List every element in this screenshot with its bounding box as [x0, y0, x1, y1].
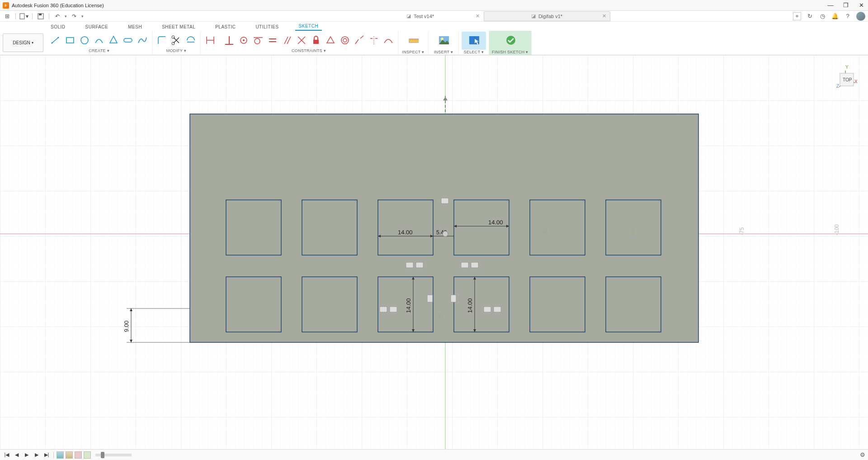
svg-text:14.00: 14.00: [405, 298, 412, 313]
tab-surface[interactable]: SURFACE: [82, 23, 112, 31]
timeline-start[interactable]: |◀: [3, 451, 11, 459]
rectangle-icon: [65, 35, 75, 46]
horizontal-vertical-constraint[interactable]: [222, 33, 236, 47]
timeline-handle[interactable]: [101, 452, 104, 458]
fix-constraint[interactable]: [309, 33, 323, 47]
equal-icon: [267, 35, 278, 46]
timeline-settings[interactable]: ⚙: [860, 451, 865, 458]
equal-constraint[interactable]: [266, 33, 279, 47]
sketch-profile[interactable]: [190, 114, 698, 342]
tab-plastic[interactable]: PLASTIC: [212, 23, 239, 31]
undo-dropdown[interactable]: ▾: [65, 14, 67, 19]
extend-tool[interactable]: [184, 33, 198, 47]
origin-point[interactable]: [443, 231, 448, 237]
tab-solid[interactable]: SOLID: [47, 23, 69, 31]
svg-rect-2: [39, 14, 42, 15]
svg-rect-39: [416, 262, 423, 268]
timeline-next[interactable]: ▶: [33, 451, 41, 459]
perpendicular-constraint[interactable]: [295, 33, 308, 47]
fillet-tool[interactable]: [155, 33, 169, 47]
doc-tab-test[interactable]: ◪ Test v14* ✕: [357, 11, 484, 21]
parallel-constraint[interactable]: [280, 33, 294, 47]
group-create: CREATE ▾: [46, 31, 152, 55]
insert-button[interactable]: [431, 32, 456, 50]
timeline-track[interactable]: [95, 454, 132, 456]
timeline-feature-3[interactable]: [75, 451, 82, 459]
polygon-tool[interactable]: [107, 33, 120, 47]
undo-button[interactable]: ↶: [53, 12, 62, 21]
symmetry-constraint[interactable]: [367, 33, 381, 47]
arc-tool[interactable]: [92, 33, 106, 47]
line-tool[interactable]: [49, 33, 62, 47]
group-select-label[interactable]: SELECT ▾: [464, 50, 484, 55]
close-tab-icon[interactable]: ✕: [476, 13, 480, 19]
svg-text:14.00: 14.00: [467, 298, 473, 313]
timeline-feature-4[interactable]: [84, 451, 91, 459]
close-button[interactable]: ✕: [857, 1, 865, 9]
tab-sketch[interactable]: SKETCH: [295, 22, 322, 31]
group-finish-sketch: FINISH SKETCH ▾: [489, 31, 532, 55]
tab-sheet-metal[interactable]: SHEET METAL: [158, 23, 199, 31]
svg-text:9.00: 9.00: [123, 321, 130, 332]
coincident-icon: [238, 35, 249, 46]
group-modify-label[interactable]: MODIFY ▾: [166, 48, 187, 54]
separator: [15, 13, 16, 19]
title-bar: F Autodesk Fusion 360 (Education License…: [0, 0, 868, 11]
maximize-button[interactable]: ❐: [842, 1, 850, 9]
notifications-button[interactable]: 🔔: [831, 12, 839, 20]
timeline-prev[interactable]: ◀: [13, 451, 21, 459]
timeline-end[interactable]: ▶|: [42, 451, 51, 459]
spline-tool[interactable]: [136, 33, 149, 47]
group-insert-label[interactable]: INSERT ▾: [434, 50, 453, 55]
workspace-selector[interactable]: DESIGN▾: [3, 33, 43, 52]
group-constraints-label[interactable]: CONSTRAINTS ▾: [292, 48, 326, 54]
timeline-feature-2[interactable]: [66, 451, 73, 459]
group-inspect-label[interactable]: INSPECT ▾: [402, 50, 424, 55]
timeline-play[interactable]: ▶: [23, 451, 31, 459]
finish-sketch-button[interactable]: [498, 32, 522, 50]
minimize-button[interactable]: —: [826, 1, 835, 9]
axis-x-label: X: [854, 79, 857, 84]
circle-tool[interactable]: [78, 33, 91, 47]
help-button[interactable]: ?: [844, 12, 852, 20]
save-button[interactable]: [36, 12, 45, 21]
save-icon: [38, 13, 44, 19]
rectangle-tool[interactable]: [63, 33, 77, 47]
extend-icon: [185, 35, 196, 46]
group-finish-label[interactable]: FINISH SKETCH ▾: [492, 50, 528, 55]
midpoint-icon: [325, 35, 336, 46]
data-panel-button[interactable]: ⊞: [3, 12, 12, 21]
doc-tab-digifab[interactable]: ◪ Digifab v1* ✕: [484, 11, 610, 21]
file-menu-button[interactable]: ▾: [19, 12, 28, 21]
svg-rect-41: [471, 262, 478, 268]
extensions-button[interactable]: ↻: [806, 12, 814, 20]
collinear-constraint[interactable]: [353, 33, 366, 47]
sketch-dimension-tool[interactable]: [203, 33, 217, 47]
redo-button[interactable]: ↷: [70, 12, 79, 21]
inspect-button[interactable]: [401, 32, 425, 50]
svg-rect-43: [390, 307, 397, 312]
document-tabs: ◪ Test v14* ✕ ◪ Digifab v1* ✕: [177, 11, 790, 21]
view-cube[interactable]: Y X Z TOP: [826, 62, 857, 94]
redo-dropdown[interactable]: ▾: [81, 14, 84, 19]
midpoint-constraint[interactable]: [324, 33, 337, 47]
trim-tool[interactable]: [170, 33, 183, 47]
timeline-feature-1[interactable]: [57, 451, 64, 459]
new-design-button[interactable]: +: [793, 12, 801, 20]
select-button[interactable]: [462, 32, 486, 50]
tab-mesh[interactable]: MESH: [124, 23, 146, 31]
sketch-canvas[interactable]: 14.00 14.00 5.40 14.00 14.00 9.00 -25 -5…: [0, 55, 868, 449]
tab-utilities[interactable]: UTILITIES: [252, 23, 282, 31]
viewport[interactable]: 14.00 14.00 5.40 14.00 14.00 9.00 -25 -5…: [0, 55, 868, 449]
viewcube-face[interactable]: TOP: [843, 77, 852, 82]
group-create-label[interactable]: CREATE ▾: [89, 48, 109, 54]
curvature-constraint[interactable]: [382, 33, 395, 47]
user-avatar[interactable]: [856, 12, 865, 21]
close-tab-icon[interactable]: ✕: [602, 13, 606, 19]
job-status-button[interactable]: ◷: [818, 12, 826, 20]
coincident-constraint[interactable]: [237, 33, 250, 47]
concentric-constraint[interactable]: [338, 33, 352, 47]
app-title: Autodesk Fusion 360 (Education License): [12, 3, 826, 8]
tangent-constraint[interactable]: [251, 33, 265, 47]
slot-tool[interactable]: [121, 33, 135, 47]
